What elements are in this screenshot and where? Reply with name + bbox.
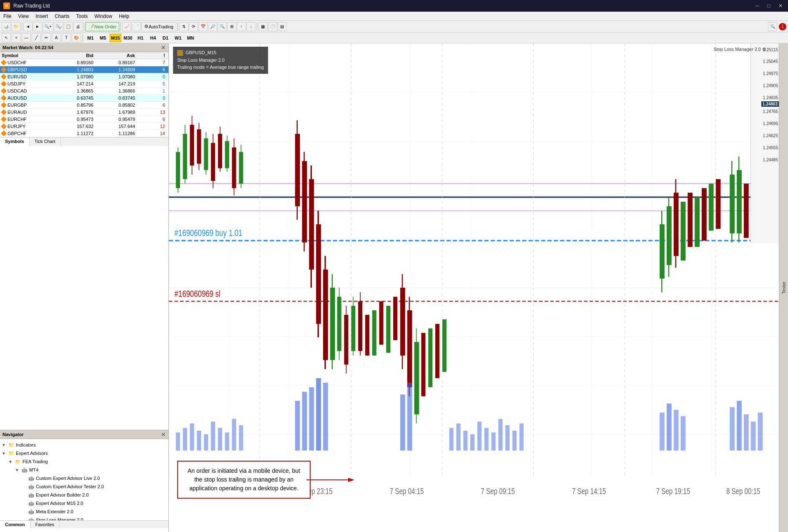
refresh-button[interactable]: ⟳ xyxy=(189,22,198,31)
chart-area[interactable]: GBPUSD_M15 Stop Loss Manager 2.0 Trailin… xyxy=(169,43,779,532)
nav-tab-common[interactable]: Common xyxy=(0,521,30,528)
svg-rect-92 xyxy=(295,401,300,450)
tree-item[interactable]: ▼ 📁 Indicators xyxy=(2,441,167,449)
market-watch-row[interactable]: EURGBP 0.85796 0.85802 6 xyxy=(0,102,168,109)
toolbar2: ↖ + — ╱ ✏ A T 🎨 M1 M5 M15 M30 H1 H4 D1 W… xyxy=(0,33,788,43)
search-button[interactable]: 🔍 xyxy=(768,22,777,31)
menu-window[interactable]: Window xyxy=(91,13,116,20)
svg-rect-50 xyxy=(379,301,383,345)
text-button[interactable]: A xyxy=(52,33,61,43)
color-button[interactable]: 🎨 xyxy=(72,33,81,43)
mw-tab-tickchart[interactable]: Tick Chart xyxy=(30,138,61,146)
line-button[interactable]: ╱ xyxy=(32,33,41,43)
tree-item[interactable]: 🤖 Meta Extender 2.0 xyxy=(2,507,167,516)
market-watch-row[interactable]: EURUSD 1.07080 1.07080 0 xyxy=(0,73,168,80)
market-watch-row[interactable]: USDJPY 147.214 147.219 5 xyxy=(0,80,168,88)
menu-tools[interactable]: Tools xyxy=(73,13,91,20)
mw-tab-symbols[interactable]: Symbols xyxy=(0,138,30,146)
annotation-text: An order is initiated via a mobile devic… xyxy=(188,467,300,492)
mw-symbol: EURAUD xyxy=(2,110,52,115)
textbox-button[interactable]: T xyxy=(62,33,71,43)
back-button[interactable]: ◄ xyxy=(23,22,33,31)
tf-m15[interactable]: M15 xyxy=(110,34,121,42)
left-panel: Market Watch: 04:22:54 ✕ Symbol Bid Ask … xyxy=(0,43,169,532)
tf-m1[interactable]: M1 xyxy=(85,34,96,42)
svg-rect-112 xyxy=(674,410,679,451)
mw-ask: 1.36866 xyxy=(93,88,135,93)
timeframe-grid-button[interactable]: ⊞ xyxy=(227,22,236,31)
market-watch-row[interactable]: EURAUD 1.67976 1.67989 13 xyxy=(0,109,168,116)
tf-h4[interactable]: H4 xyxy=(147,34,159,42)
menu-file[interactable]: File xyxy=(0,13,15,20)
tree-item[interactable]: 🤖 Stop Loss Manager 2.0 xyxy=(2,516,167,520)
prop-button[interactable]: 📋 xyxy=(64,22,73,31)
tree-item[interactable]: 🤖 Custom Expert Advisor Live 2.0 xyxy=(2,474,167,482)
market-watch-row[interactable]: USDCHF 0.89160 0.89167 7 xyxy=(0,59,168,66)
time-button[interactable]: 🕐 xyxy=(268,22,277,31)
menu-insert[interactable]: Insert xyxy=(32,13,51,20)
menu-help[interactable]: Help xyxy=(115,13,133,20)
print-button[interactable]: 🖨 xyxy=(73,22,83,31)
arrow-down-button[interactable]: ↓ xyxy=(246,22,256,31)
market-watch-row[interactable]: USDCAD 1.36865 1.36866 1 xyxy=(0,88,168,95)
new-chart-button[interactable]: 📊 xyxy=(2,22,11,31)
tree-item[interactable]: ▼ 🤖 MT4 xyxy=(2,466,167,474)
mw-ask: 0.89167 xyxy=(93,60,135,65)
close-button[interactable]: ✕ xyxy=(776,3,785,9)
history-button[interactable]: 📅 xyxy=(198,22,208,31)
forward-button[interactable]: ► xyxy=(33,22,42,31)
menu-view[interactable]: View xyxy=(15,13,32,20)
col-chg: ! xyxy=(135,53,167,58)
market-watch-row[interactable]: AUDUSD 0.63745 0.63745 0 xyxy=(0,95,168,102)
tree-item[interactable]: ▼ 📁 Expert Advisors xyxy=(2,449,167,457)
zoomout-chart-button[interactable]: 🔍 xyxy=(218,22,227,31)
mw-bid: 0.63745 xyxy=(52,95,93,100)
zoom-out-button[interactable]: 🔍- xyxy=(54,22,63,31)
indicator-button[interactable]: 📈 xyxy=(122,22,131,31)
draw-button[interactable]: ✏ xyxy=(42,33,51,43)
tf-w1[interactable]: W1 xyxy=(172,34,184,42)
zoom-chart-button[interactable]: 🔎 xyxy=(208,22,217,31)
tree-item[interactable]: 🤖 Expert Advisor M15 2.0 xyxy=(2,499,167,507)
tf-mn[interactable]: MN xyxy=(185,34,196,42)
minimize-button[interactable]: ─ xyxy=(753,3,761,9)
market-watch-row[interactable]: EURCHF 0.95473 0.95479 6 xyxy=(0,116,168,123)
tester-sidebar[interactable]: Tester xyxy=(779,43,788,532)
maximize-button[interactable]: □ xyxy=(765,3,773,9)
tree-item[interactable]: 🤖 Expert Advisor Builder 2.0 xyxy=(2,491,167,499)
arrow-up-button[interactable]: ↑ xyxy=(237,22,246,31)
hline-button[interactable]: — xyxy=(22,33,31,43)
tree-node-icon: 📁 xyxy=(8,442,15,448)
svg-rect-52 xyxy=(393,297,397,340)
svg-rect-103 xyxy=(477,422,482,450)
svg-rect-95 xyxy=(316,378,321,451)
layout-button[interactable]: ▦ xyxy=(258,22,268,31)
price-2: 1.25045 xyxy=(763,59,778,64)
tf-m5[interactable]: M5 xyxy=(97,34,109,42)
template-button[interactable]: 📄 xyxy=(132,22,141,31)
tf-d1[interactable]: D1 xyxy=(160,34,171,42)
new-order-button[interactable]: 📝 New Order xyxy=(85,22,119,31)
market-watch-row[interactable]: EURJPY 157.632 157.644 12 xyxy=(0,123,168,130)
nav-tab-favorites[interactable]: Favorites xyxy=(30,521,60,528)
price-9: 1.24555 xyxy=(763,146,778,150)
market-watch-row[interactable]: GBPCHF 1.11272 1.11286 14 xyxy=(0,130,168,137)
crosshair-button[interactable]: + xyxy=(12,33,21,43)
tree-toggle-icon: ▼ xyxy=(2,451,7,456)
tf-h1[interactable]: H1 xyxy=(135,34,146,42)
tree-item[interactable]: ▼ 📁 FEA Trading xyxy=(2,457,167,466)
menu-charts[interactable]: Charts xyxy=(51,13,73,20)
autotrading-button[interactable]: ⚙ AutoTrading xyxy=(141,22,176,31)
svg-rect-86 xyxy=(204,434,208,451)
tf-m30[interactable]: M30 xyxy=(122,34,134,42)
market-watch-close[interactable]: ✕ xyxy=(161,44,166,51)
tree-item[interactable]: 🤖 Custom Expert Advisor Tester 2.0 xyxy=(2,482,167,491)
sync-button[interactable]: ⇅ xyxy=(179,22,188,31)
nav-close[interactable]: ✕ xyxy=(161,431,166,438)
zoom-in-button[interactable]: 🔍+ xyxy=(43,22,53,31)
terminal-button[interactable]: ▤ xyxy=(278,22,287,31)
market-watch: Market Watch: 04:22:54 ✕ Symbol Bid Ask … xyxy=(0,43,168,430)
cursor-button[interactable]: ↖ xyxy=(2,33,11,43)
open-button[interactable]: 📁 xyxy=(11,22,20,31)
market-watch-row[interactable]: GBPUSD 1.24803 1.24809 6 xyxy=(0,66,168,73)
